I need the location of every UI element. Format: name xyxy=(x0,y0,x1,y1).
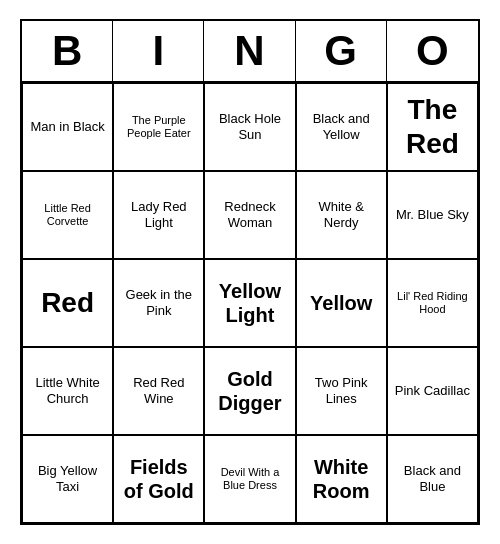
bingo-cell-3: Black and Yellow xyxy=(296,83,387,171)
bingo-cell-16: Red Red Wine xyxy=(113,347,204,435)
bingo-cell-23: White Room xyxy=(296,435,387,523)
bingo-cell-19: Pink Cadillac xyxy=(387,347,478,435)
cell-text-16: Red Red Wine xyxy=(118,375,199,406)
bingo-cell-8: White & Nerdy xyxy=(296,171,387,259)
cell-text-7: Redneck Woman xyxy=(209,199,290,230)
cell-text-18: Two Pink Lines xyxy=(301,375,382,406)
bingo-cell-22: Devil With a Blue Dress xyxy=(204,435,295,523)
cell-text-4: The Red xyxy=(392,93,473,160)
bingo-cell-17: Gold Digger xyxy=(204,347,295,435)
cell-text-13: Yellow xyxy=(310,291,372,315)
cell-text-3: Black and Yellow xyxy=(301,111,382,142)
header-letter-I: I xyxy=(113,21,204,81)
bingo-cell-15: Little White Church xyxy=(22,347,113,435)
cell-text-12: Yellow Light xyxy=(209,279,290,327)
bingo-cell-24: Black and Blue xyxy=(387,435,478,523)
cell-text-9: Mr. Blue Sky xyxy=(396,207,469,223)
bingo-cell-7: Redneck Woman xyxy=(204,171,295,259)
cell-text-24: Black and Blue xyxy=(392,463,473,494)
cell-text-10: Red xyxy=(41,286,94,320)
bingo-grid: Man in BlackThe Purple People EaterBlack… xyxy=(22,83,478,523)
header-letter-B: B xyxy=(22,21,113,81)
cell-text-0: Man in Black xyxy=(30,119,104,135)
cell-text-8: White & Nerdy xyxy=(301,199,382,230)
cell-text-11: Geek in the Pink xyxy=(118,287,199,318)
cell-text-19: Pink Cadillac xyxy=(395,383,470,399)
header-letter-G: G xyxy=(296,21,387,81)
cell-text-15: Little White Church xyxy=(27,375,108,406)
bingo-header: BINGO xyxy=(22,21,478,83)
bingo-cell-9: Mr. Blue Sky xyxy=(387,171,478,259)
bingo-cell-4: The Red xyxy=(387,83,478,171)
cell-text-2: Black Hole Sun xyxy=(209,111,290,142)
bingo-cell-11: Geek in the Pink xyxy=(113,259,204,347)
cell-text-1: The Purple People Eater xyxy=(118,114,199,140)
bingo-cell-18: Two Pink Lines xyxy=(296,347,387,435)
bingo-cell-14: Lil' Red Riding Hood xyxy=(387,259,478,347)
bingo-cell-10: Red xyxy=(22,259,113,347)
header-letter-O: O xyxy=(387,21,478,81)
bingo-cell-21: Fields of Gold xyxy=(113,435,204,523)
cell-text-23: White Room xyxy=(301,455,382,503)
bingo-cell-5: Little Red Corvette xyxy=(22,171,113,259)
cell-text-17: Gold Digger xyxy=(209,367,290,415)
bingo-cell-12: Yellow Light xyxy=(204,259,295,347)
bingo-cell-13: Yellow xyxy=(296,259,387,347)
bingo-cell-1: The Purple People Eater xyxy=(113,83,204,171)
cell-text-5: Little Red Corvette xyxy=(27,202,108,228)
cell-text-20: Big Yellow Taxi xyxy=(27,463,108,494)
header-letter-N: N xyxy=(204,21,295,81)
cell-text-22: Devil With a Blue Dress xyxy=(209,466,290,492)
cell-text-14: Lil' Red Riding Hood xyxy=(392,290,473,316)
bingo-cell-20: Big Yellow Taxi xyxy=(22,435,113,523)
bingo-cell-2: Black Hole Sun xyxy=(204,83,295,171)
cell-text-6: Lady Red Light xyxy=(118,199,199,230)
cell-text-21: Fields of Gold xyxy=(118,455,199,503)
bingo-cell-6: Lady Red Light xyxy=(113,171,204,259)
bingo-card: BINGO Man in BlackThe Purple People Eate… xyxy=(20,19,480,525)
bingo-cell-0: Man in Black xyxy=(22,83,113,171)
